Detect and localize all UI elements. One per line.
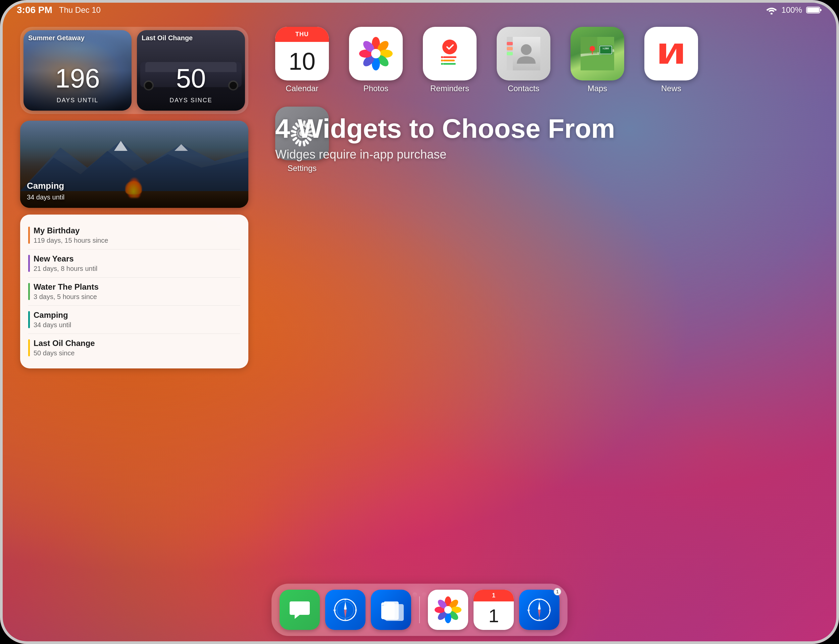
svg-text:S: S [345,618,346,621]
svg-rect-21 [443,60,455,61]
dock-photos-svg [435,596,462,623]
dock: N S W E [272,584,567,636]
reminders-label: Reminders [430,84,469,93]
summer-getaway-title: Summer Getaway [28,34,84,42]
summer-getaway-label: DAYS UNTIL [23,97,132,104]
maps-label: Maps [588,84,607,93]
svg-text:E: E [549,609,551,612]
dock-photos-icon[interactable] [428,590,468,630]
list-item-sub: 3 days, 5 hours since [33,293,240,301]
reminders-icon [423,27,476,80]
oil-change-title: Last Oil Change [142,34,193,42]
list-item-sub: 34 days until [33,321,240,329]
list-item-title: My Birthday [33,226,240,235]
svg-rect-27 [507,42,513,45]
svg-text:N: N [345,598,346,601]
svg-rect-29 [507,52,513,55]
widget-area: Summer Getaway 196 DAYS UNTIL Last Oil C… [20,27,248,368]
news-icon [644,27,698,80]
svg-text:E: E [355,609,357,612]
calendar-icon: THU 10 [275,27,329,80]
reminders-svg [433,37,466,71]
settings-label: Settings [288,164,317,173]
svg-point-24 [441,63,443,65]
list-item-sub: 119 days, 15 hours since [33,237,240,245]
svg-rect-19 [443,56,457,58]
list-item-title: Camping [33,310,240,320]
camping-subtitle: 34 days until [27,194,64,201]
calendar-app-icon[interactable]: THU 10 Calendar [275,27,329,93]
svg-point-36 [590,46,595,51]
battery-percentage: 100% [781,5,802,15]
small-widgets-row: Summer Getaway 196 DAYS UNTIL Last Oil C… [23,30,245,111]
calendar-label: Calendar [285,84,318,93]
dock-cal-date: 1 [488,601,499,630]
oil-change-label: DAYS SINCE [137,97,245,104]
svg-rect-32 [580,37,597,54]
svg-rect-49 [384,601,399,620]
svg-text:I-280: I-280 [603,47,609,50]
list-item: Camping 34 days until [28,306,240,334]
news-app-icon[interactable]: News [644,27,698,93]
summer-getaway-number: 196 [23,63,132,94]
svg-rect-2 [807,8,819,12]
small-widgets-container: Summer Getaway 196 DAYS UNTIL Last Oil C… [20,27,248,114]
list-item: Last Oil Change 50 days since [28,334,240,362]
svg-text:W: W [527,609,530,612]
svg-point-16 [371,49,381,58]
camping-title: Camping [27,181,64,191]
svg-point-22 [441,60,443,62]
dock-cal-header: 1 [473,590,514,601]
maps-app-icon[interactable]: I-280 Maps [570,27,624,93]
list-item-sub: 21 days, 8 hours until [33,265,240,273]
status-bar: 3:06 PM Thu Dec 10 100% [0,0,839,20]
dock-messages-icon[interactable] [280,590,320,630]
svg-text:W: W [333,609,336,612]
news-svg [654,37,688,71]
list-item-sub: 50 days since [33,349,240,357]
photos-label: Photos [363,84,389,93]
contacts-svg [507,37,540,71]
svg-rect-28 [507,47,513,50]
summer-getaway-widget[interactable]: Summer Getaway 196 DAYS UNTIL [23,30,132,111]
ipad-frame: 3:06 PM Thu Dec 10 100% [0,0,839,644]
status-right: 100% [765,5,822,15]
svg-rect-23 [443,63,456,65]
dock-divider [419,596,420,623]
svg-text:N: N [538,598,540,601]
list-item: New Years 21 days, 8 hours until [28,250,240,278]
status-time: 3:06 PM [17,5,52,15]
list-item-title: New Years [33,254,240,263]
dock-fantastical-icon[interactable]: 1 1 [473,590,514,630]
svg-point-58 [444,606,452,613]
safari-svg: N S W E [332,596,359,623]
dock-safari2-icon[interactable]: N S W E 1 [519,590,559,630]
list-item: My Birthday 119 days, 15 hours since [28,221,240,250]
notification-badge: 1 [554,588,561,595]
news-label: News [661,84,681,93]
widgets-title: 4 Widgets to Choose From [275,114,819,143]
svg-point-0 [771,13,773,15]
dock-files-icon[interactable] [371,590,411,630]
files-svg [379,597,404,623]
maps-svg: I-280 [580,37,614,71]
svg-point-30 [521,44,532,55]
oil-change-number: 50 [137,63,245,94]
photos-app-icon[interactable]: Photos [349,27,403,93]
dock-safari-icon[interactable]: N S W E [325,590,366,630]
photos-flower-svg [359,37,393,71]
photos-icon [349,27,403,80]
reminders-app-icon[interactable]: Reminders [423,27,476,93]
status-date: Thu Dec 10 [59,5,101,15]
list-item-title: Last Oil Change [33,338,240,348]
app-grid: THU 10 Calendar [275,27,819,186]
contacts-app-icon[interactable]: Contacts [497,27,551,93]
camping-widget[interactable]: Camping 34 days until [20,121,248,208]
list-widget[interactable]: My Birthday 119 days, 15 hours since New… [20,215,248,368]
messages-svg [288,598,312,621]
svg-point-20 [441,56,443,58]
app-row-1: THU 10 Calendar [275,27,819,93]
contacts-icon [497,27,551,80]
oil-change-widget[interactable]: Last Oil Change 50 DAYS SINCE [137,30,245,111]
list-item: Water The Plants 3 days, 5 hours since [28,278,240,306]
